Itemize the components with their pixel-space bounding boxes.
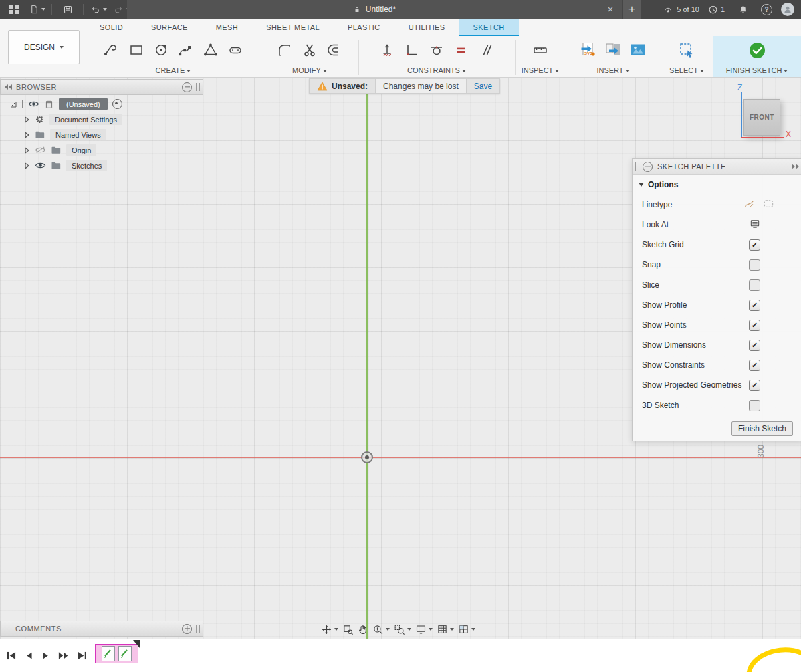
viewports-button[interactable] <box>458 624 475 635</box>
polygon-tool-icon[interactable] <box>201 40 220 60</box>
expand-caret-icon[interactable] <box>24 132 30 138</box>
expand-caret-icon[interactable] <box>24 147 30 154</box>
notifications-button[interactable]: 1 <box>708 5 725 15</box>
create-group-label[interactable]: CREATE <box>86 66 261 74</box>
step-back-button[interactable] <box>25 651 33 663</box>
free-orbit-button[interactable] <box>321 624 338 635</box>
expand-caret-icon[interactable] <box>24 162 30 169</box>
add-comment-icon[interactable] <box>182 624 192 634</box>
visibility-eye-icon[interactable] <box>35 161 46 170</box>
inspect-group-label[interactable]: INSPECT <box>515 66 566 74</box>
select-tool-icon[interactable] <box>677 40 696 60</box>
modify-group-label[interactable]: MODIFY <box>261 66 358 74</box>
insert-svg-icon[interactable]: SVG <box>579 40 598 60</box>
spline-tool-icon[interactable] <box>177 40 195 60</box>
tab-utilities[interactable]: UTILITIES <box>394 19 459 36</box>
timeline-position-marker[interactable] <box>133 640 140 648</box>
avatar[interactable] <box>781 3 794 16</box>
browser-root-row[interactable]: (Unsaved) <box>0 96 202 112</box>
insert-canvas-icon[interactable] <box>628 40 647 60</box>
skip-to-start-button[interactable] <box>7 651 17 663</box>
tree-item-label[interactable]: Document Settings <box>49 114 122 125</box>
trim-tool-icon[interactable] <box>300 40 319 60</box>
look-at-icon[interactable] <box>750 219 760 231</box>
tree-item-sketches[interactable]: Sketches <box>0 158 202 173</box>
step-forward-button[interactable] <box>58 651 69 663</box>
show-dimensions-checkbox[interactable]: ✓ <box>749 340 760 351</box>
activate-component-icon[interactable] <box>112 99 122 109</box>
timeline-selected-features[interactable] <box>95 644 138 663</box>
offset-tool-icon[interactable] <box>325 40 344 60</box>
insert-decal-icon[interactable] <box>604 40 622 60</box>
undo-button[interactable] <box>90 5 107 15</box>
sketch-palette-header[interactable]: SKETCH PALETTE <box>633 159 801 175</box>
circle-tool-icon[interactable] <box>152 40 170 60</box>
sketch-feature-icon[interactable] <box>118 646 132 661</box>
design-workspace-dropdown[interactable]: DESIGN <box>8 30 80 64</box>
root-document-label[interactable]: (Unsaved) <box>59 98 108 110</box>
visibility-eye-icon[interactable] <box>28 100 39 108</box>
tab-sketch[interactable]: SKETCH <box>459 19 519 36</box>
sketch-dimension-icon[interactable] <box>378 40 396 60</box>
tree-item-label[interactable]: Sketches <box>66 160 107 171</box>
zoom-window-button[interactable] <box>394 624 411 635</box>
tab-sheet-metal[interactable]: SHEET METAL <box>252 19 334 36</box>
fillet-tool-icon[interactable] <box>275 40 294 60</box>
construction-linetype-icon[interactable] <box>743 199 755 211</box>
tab-solid[interactable]: SOLID <box>86 19 137 36</box>
show-points-checkbox[interactable]: ✓ <box>749 320 760 331</box>
measure-tool-icon[interactable] <box>531 40 550 60</box>
play-button[interactable] <box>41 651 50 663</box>
expand-caret-icon[interactable] <box>24 116 30 123</box>
save-link[interactable]: Save <box>467 78 500 94</box>
palette-drag-handle[interactable] <box>635 162 639 171</box>
pan-button[interactable] <box>358 624 368 635</box>
slice-checkbox[interactable] <box>749 279 760 291</box>
tree-item-document-settings[interactable]: Document Settings <box>0 112 202 127</box>
browser-header[interactable]: BROWSER <box>0 79 203 95</box>
finish-sketch-button[interactable]: Finish Sketch <box>731 421 793 436</box>
finish-sketch-group-label[interactable]: FINISH SKETCH <box>713 66 801 74</box>
zoom-button[interactable] <box>372 624 390 635</box>
tab-surface[interactable]: SURFACE <box>137 19 202 36</box>
grid-settings-button[interactable] <box>437 624 454 635</box>
collapse-tree-icon[interactable] <box>182 82 192 92</box>
app-grid-icon[interactable] <box>5 0 23 19</box>
help-icon[interactable] <box>761 4 772 15</box>
look-at-button[interactable] <box>342 624 354 635</box>
panel-drag-handle[interactable] <box>196 625 200 633</box>
horizontal-vertical-constraint-icon[interactable] <box>403 40 421 60</box>
options-section-header[interactable]: Options <box>633 175 801 195</box>
select-group-label[interactable]: SELECT <box>661 66 713 74</box>
snap-checkbox[interactable] <box>749 259 760 271</box>
finish-sketch-icon[interactable] <box>748 40 766 60</box>
constraints-group-label[interactable]: CONSTRAINTS <box>358 66 515 74</box>
save-button[interactable] <box>58 0 77 19</box>
skip-to-end-button[interactable] <box>77 651 87 663</box>
slot-tool-icon[interactable] <box>226 40 245 60</box>
tree-item-label[interactable]: Named Views <box>50 129 106 140</box>
parallel-constraint-icon[interactable] <box>477 40 495 60</box>
document-tab[interactable]: Untitled* <box>127 0 622 19</box>
centerline-linetype-icon[interactable] <box>763 199 774 211</box>
close-tab-icon[interactable] <box>604 3 616 15</box>
line-tool-icon[interactable] <box>102 40 121 60</box>
job-status-button[interactable]: 5 of 10 <box>663 5 699 14</box>
tree-item-label[interactable]: Origin <box>66 144 96 156</box>
collapse-palette-icon[interactable] <box>643 162 653 172</box>
panel-drag-handle[interactable] <box>196 83 200 91</box>
display-settings-button[interactable] <box>415 624 433 635</box>
insert-group-label[interactable]: INSERT <box>566 66 661 74</box>
show-constraints-checkbox[interactable]: ✓ <box>749 360 760 371</box>
comments-header[interactable]: COMMENTS <box>0 621 203 637</box>
sketch-feature-icon[interactable] <box>102 646 115 661</box>
tangent-constraint-icon[interactable] <box>427 40 446 60</box>
origin-point[interactable] <box>361 451 373 463</box>
file-menu-button[interactable] <box>29 4 45 15</box>
equal-constraint-icon[interactable] <box>452 40 471 60</box>
tab-mesh[interactable]: MESH <box>202 19 252 36</box>
3d-sketch-checkbox[interactable] <box>749 400 760 411</box>
sketch-grid-checkbox[interactable]: ✓ <box>749 239 760 251</box>
y-axis-line[interactable] <box>366 77 368 639</box>
collapse-panel-icon[interactable] <box>5 84 12 90</box>
